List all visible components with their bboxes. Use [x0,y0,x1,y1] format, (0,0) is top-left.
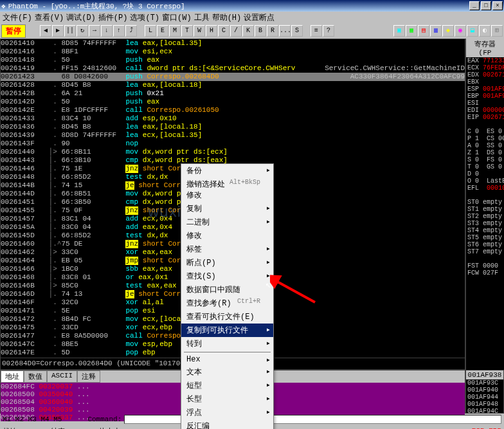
ctxmenu-item[interactable]: 长型▸ [181,392,273,406]
disasm-line[interactable]: 0026142E . E8 1DFCFFFF call Correspo.002… [1,106,465,114]
register-EAX[interactable]: EAX 771233 [466,57,504,64]
toolbar-right-4[interactable]: ◈ [442,25,454,37]
ctxmenu-item[interactable]: 数据窗口中跟随 [181,283,273,297]
toolbar-button-18[interactable]: B [255,25,266,37]
ctxmenu-item[interactable]: 复制到可执行文件▸ [181,324,273,337]
toolbar-button-16[interactable]: / [230,25,242,37]
toolbar-right-7[interactable]: ◐ [479,25,491,37]
ctxmenu-item[interactable]: 断点(P)▸ [181,256,273,269]
toolbar-right-1[interactable]: ▦ [406,25,417,37]
toolbar-button-6[interactable]: ↑ [113,25,125,37]
ctxmenu-item[interactable]: 转到▸ [181,337,273,351]
menu-breakpoint[interactable]: 设置断点 [244,12,274,23]
disasm-line[interactable]: 00261419 . FF15 24812600 call dword ptr … [1,64,465,73]
ctxmenu-item[interactable]: 标签▸ [181,242,273,256]
disasm-line[interactable]: 0026142B . 6A 21 push 0x21 [1,89,465,98]
register-EDI[interactable]: EDI 000000 [466,107,504,114]
toolbar-button-20[interactable]: ... [279,25,291,37]
toolbar-button-19[interactable]: R [267,25,278,37]
registers-pane[interactable]: 寄存器 (FP EAX 771233ECX 76FEDFEDX 002671EB… [465,39,504,370]
ctxmenu-item[interactable]: 文本▸ [181,365,273,379]
toolbar-right-3[interactable]: ▥ [430,25,442,37]
minimize-button[interactable]: _ [469,1,480,10]
toolbar-right-8[interactable]: ⊞ [491,25,503,37]
disasm-line[interactable]: 00261418 . 50 push eax [1,56,465,64]
maximize-button[interactable]: □ [481,1,491,10]
ctxmenu-item[interactable]: 备份▸ [181,164,273,178]
disasm-line[interactable]: 0026142D . 50 push eax [1,98,465,106]
toolbar-right-0[interactable]: ▣ [393,25,405,37]
flag-A[interactable]: A 0 SS 0 [466,142,504,149]
ctxmenu-item[interactable]: 二进制▸ [181,215,273,229]
stack-row[interactable]: 001AF940 [466,387,503,394]
toolbar-button-3[interactable]: ↻ [76,25,88,37]
ctxmenu-item[interactable]: Hex▸ [181,354,273,365]
menu-debug[interactable]: 调试(D) [66,12,96,23]
toolbar-button-12[interactable]: T [181,25,193,37]
toolbar-button-7[interactable]: ⤴ [125,25,137,37]
toolbar-button-10[interactable]: E [157,25,168,37]
stack-pane[interactable]: 001AF938 001AF93C001AF940001AF944001AF94… [465,370,504,414]
stack-row[interactable]: 001AF948 [466,401,503,408]
ctxmenu-item[interactable]: 复制▸ [181,202,273,215]
toolbar-button-5[interactable]: ↓ [101,25,113,37]
close-button[interactable]: × [492,1,503,10]
ctxmenu-item[interactable]: 修改 [181,229,273,242]
menu-window[interactable]: 窗口(W) [162,12,192,23]
toolbar-button-9[interactable]: L [145,25,156,37]
disasm-line[interactable]: 00261440 │> 66:8B11 mov dx,word ptr ds:[… [1,148,465,156]
toolbar-button-14[interactable]: H [206,25,217,37]
menu-view[interactable]: 查看(V) [35,12,64,23]
stack-row[interactable]: 001AF94C [466,408,503,415]
disasm-line[interactable]: 00261416 . 8BF1 mov esi,ecx [1,48,465,56]
menu-help[interactable]: 帮助(H) [212,12,242,23]
toolbar-right-6[interactable]: ⬓ [467,25,478,37]
toolbar-button-4[interactable]: → [89,25,100,37]
ctxmenu-item[interactable]: 反汇编 [181,419,273,429]
bookmarks[interactable]: M1 M2 M3 M4 M5 [3,415,62,423]
register-EBX[interactable]: EBX [466,78,504,86]
disasm-line[interactable]: 00261433 . 83C4 10 add esp,0x10 [1,114,465,123]
ctxmenu-item[interactable]: 查找参考(R)Ctrl+R [181,297,273,310]
register-EIP[interactable]: EIP 002671 [466,114,504,121]
toolbar-button-13[interactable]: W [194,25,205,37]
disasm-line[interactable]: 00261428 . 8D45 B8 lea eax,[local.18] [1,81,465,89]
toolbar-button-17[interactable]: K [242,25,254,37]
register-EBP[interactable]: EBP 001AF9 [466,93,504,100]
toolbar-button-23[interactable]: ≡ [310,25,322,37]
disasm-line[interactable]: 00261439 . 8D8D 74FFFFFF lea ecx,[local.… [1,131,465,140]
toolbar-button-2[interactable]: || [64,25,76,37]
tab-ascii[interactable]: ASCII [47,370,77,383]
flag-T[interactable]: T 0 GS 0 [466,163,504,170]
toolbar-button-24[interactable]: ? [323,25,334,37]
disasm-line[interactable]: 0026143F . 90 nop [1,140,465,148]
ctxmenu-item[interactable]: 查看可执行文件(E) [181,310,273,324]
menu-plugin[interactable]: 插件(P) [98,12,128,23]
flag-S[interactable]: S 0 FS 0 [466,156,504,163]
ctxmenu-item[interactable]: 撤销选择处修改Alt+BkSp [181,178,273,202]
disasm-line[interactable]: 00261423 68 D0842600 push Correspo.00268… [1,73,465,81]
tab-comment[interactable]: 注释 [77,370,100,383]
register-ESI[interactable]: ESI [466,100,504,107]
stack-row[interactable]: 001AF944 [466,394,503,401]
register-ECX[interactable]: ECX 76FEDF [466,64,504,71]
flag-D[interactable]: D 0 [466,170,504,178]
menu-tools[interactable]: 工具 [194,12,210,23]
toolbar-button-21[interactable]: S [291,25,303,37]
toolbar-button-0[interactable]: ◀ [40,25,51,37]
register-ESP[interactable]: ESP 001AF9 [466,86,504,93]
toolbar-right-5[interactable]: ◉ [455,25,466,37]
tab-value[interactable]: 数值 [24,370,47,383]
ctxmenu-item[interactable]: 浮点▸ [181,406,273,419]
ctxmenu-item[interactable]: 查找(S)▸ [181,269,273,283]
toolbar-button-1[interactable]: ▶ [52,25,64,37]
toolbar-button-15[interactable]: C [218,25,230,37]
toolbar-button-11[interactable]: M [169,25,181,37]
menu-options[interactable]: 选项(T) [130,12,159,23]
ctxmenu-item[interactable]: 短型▸ [181,379,273,392]
disasm-line[interactable]: 00261410 . 8D85 74FFFFFF lea eax,[local.… [1,39,465,48]
stack-row[interactable]: 001AF93C [466,379,503,387]
flag-P[interactable]: P 1 CS 00 [466,135,504,142]
flag-Z[interactable]: Z 1 DS 0 [466,149,504,156]
toolbar-right-2[interactable]: ▤ [418,25,429,37]
